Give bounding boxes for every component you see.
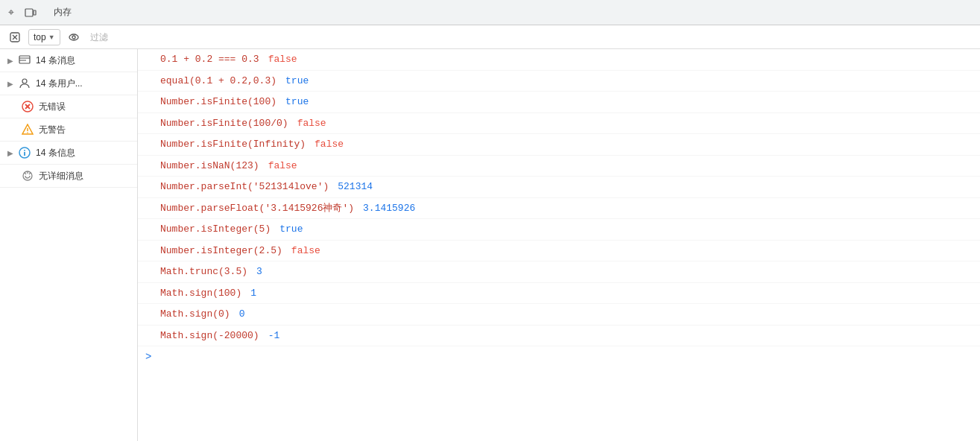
console-line: Number.isNaN(123)false	[138, 156, 980, 177]
svg-rect-0	[25, 9, 33, 16]
console-value: false	[297, 116, 326, 131]
svg-rect-1	[34, 10, 36, 15]
svg-point-5	[69, 34, 78, 40]
clear-console-button[interactable]	[6, 28, 24, 46]
expand-arrow-icon: ▶	[7, 149, 13, 157]
svg-line-21	[29, 173, 31, 174]
svg-point-18	[24, 150, 25, 151]
console-line: Number.parseFloat('3.1415926神奇')3.141592…	[138, 198, 980, 220]
context-label: top	[34, 32, 46, 42]
console-value: true	[285, 74, 309, 89]
console-code: Number.isNaN(123)	[160, 159, 259, 174]
sidebar-item-warnings[interactable]: 无警告	[0, 118, 137, 142]
console-line: Math.sign(-20000)-1	[138, 326, 980, 347]
console-code: Math.trunc(3.5)	[160, 264, 247, 279]
console-line: equal(0.1 + 0.2,0.3)true	[138, 71, 980, 92]
sidebar-item-verbose[interactable]: 无详细消息	[0, 165, 137, 188]
sidebar-item-info[interactable]: ▶14 条信息	[0, 142, 137, 165]
context-selector[interactable]: top ▼	[28, 29, 60, 45]
nav-tabs: 元素控制台源代码/来源网络性能内存应用安全Lighthouse记录器 及性能数据…	[45, 0, 127, 25]
console-code: 0.1 + 0.2 === 0.3	[160, 52, 259, 67]
console-value: false	[314, 137, 344, 152]
console-line: Number.isInteger(5)true	[138, 219, 980, 241]
sidebar-item-messages[interactable]: ▶14 条消息	[0, 49, 137, 72]
sidebar-item-label: 无警告	[39, 124, 66, 136]
sidebar-item-user-messages[interactable]: ▶14 条用户...	[0, 72, 137, 95]
svg-rect-7	[19, 56, 30, 63]
svg-point-6	[72, 36, 75, 39]
console-code: Number.parseFloat('3.1415926神奇')	[160, 201, 354, 216]
warning-icon	[21, 123, 34, 136]
console-code: Number.isInteger(2.5)	[160, 244, 282, 258]
console-code: equal(0.1 + 0.2,0.3)	[160, 74, 276, 89]
top-nav: ⌖ 元素控制台源代码/来源网络性能内存应用安全Lighthouse记录器 及性能…	[0, 0, 980, 25]
console-code: Number.isFinite(100)	[160, 95, 276, 110]
device-toggle-icon[interactable]	[22, 4, 39, 21]
console-value: false	[291, 244, 320, 258]
console-code: Number.isFinite(100/0)	[160, 116, 288, 131]
console-code: Math.sign(0)	[160, 307, 230, 322]
console-value: -1	[268, 329, 280, 343]
console-value: 3	[256, 264, 262, 279]
nav-tab-memory[interactable]: 内存	[45, 1, 127, 26]
console-line: Number.parseInt('521314love')521314	[138, 177, 980, 198]
console-code: Number.isFinite(Infinity)	[160, 137, 306, 152]
console-code: Math.sign(-20000)	[160, 329, 259, 343]
console-line: Math.sign(0)0	[138, 304, 980, 326]
console-code: Number.isInteger(5)	[160, 222, 271, 237]
svg-point-15	[27, 132, 28, 133]
console-line: Math.sign(100)1	[138, 283, 980, 305]
verbose-icon	[21, 169, 34, 183]
expand-arrow-icon: ▶	[7, 57, 13, 65]
error-icon	[21, 100, 34, 113]
console-output: 0.1 + 0.2 === 0.3falseequal(0.1 + 0.2,0.…	[138, 49, 980, 441]
console-value: true	[285, 95, 309, 110]
console-line: Number.isFinite(100/0)false	[138, 113, 980, 135]
inspect-element-icon[interactable]: ⌖	[3, 4, 19, 21]
console-line: Number.isFinite(100)true	[138, 92, 980, 113]
svg-line-22	[25, 173, 26, 174]
toolbar: top ▼	[0, 25, 980, 49]
devtools-icons: ⌖	[3, 4, 39, 21]
sidebar-item-label: 14 条信息	[36, 147, 75, 159]
info-icon	[18, 146, 31, 159]
console-code: Number.parseInt('521314love')	[160, 180, 329, 194]
filter-input[interactable]	[87, 31, 974, 44]
sidebar: ▶14 条消息▶14 条用户...无错误无警告▶14 条信息无详细消息	[0, 49, 138, 441]
prompt-arrow-icon: >	[145, 351, 151, 363]
sidebar-item-errors[interactable]: 无错误	[0, 95, 137, 118]
sidebar-item-label: 无错误	[39, 101, 66, 113]
eye-filter-button[interactable]	[65, 28, 83, 46]
console-value: 0	[239, 307, 245, 322]
dropdown-arrow-icon: ▼	[48, 34, 55, 41]
console-line: 0.1 + 0.2 === 0.3false	[138, 49, 980, 71]
console-value: false	[268, 159, 297, 174]
main-area: ▶14 条消息▶14 条用户...无错误无警告▶14 条信息无详细消息 0.1 …	[0, 49, 980, 441]
user-icon	[18, 77, 31, 90]
expand-arrow-icon: ▶	[7, 80, 13, 88]
console-code: Math.sign(100)	[160, 286, 241, 301]
console-prompt[interactable]: >	[138, 346, 980, 367]
console-value: false	[268, 52, 297, 67]
svg-point-10	[22, 79, 27, 83]
console-line: Math.trunc(3.5)3	[138, 261, 980, 283]
sidebar-item-label: 14 条消息	[36, 54, 75, 67]
console-line: Number.isFinite(Infinity)false	[138, 134, 980, 156]
console-value: 521314	[338, 180, 373, 194]
sidebar-item-label: 14 条用户...	[36, 77, 83, 90]
console-line: Number.isInteger(2.5)false	[138, 241, 980, 262]
console-value: 3.1415926	[363, 201, 415, 216]
sidebar-item-label: 无详细消息	[39, 170, 83, 183]
console-value: true	[279, 222, 303, 237]
messages-icon	[18, 54, 31, 67]
console-value: 1	[250, 286, 256, 301]
